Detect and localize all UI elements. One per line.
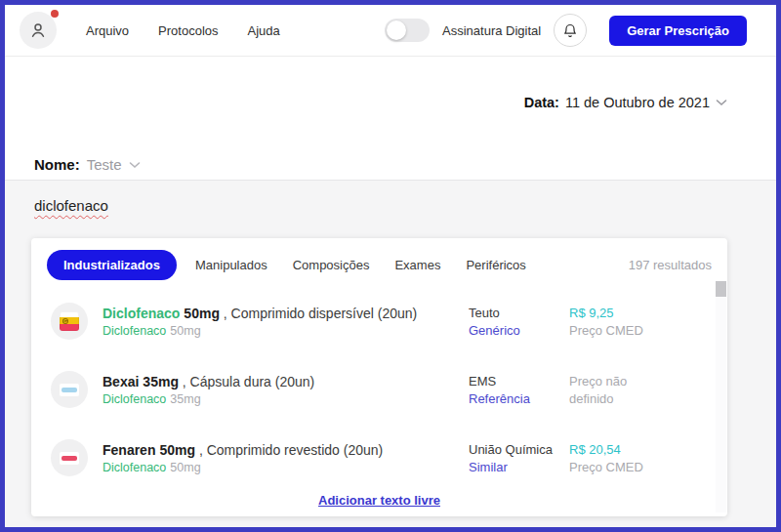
substance-name: Diclofenaco — [103, 461, 166, 474]
results-scrollbar[interactable] — [716, 281, 726, 512]
drug-dose: 35mg — [143, 374, 179, 389]
reference-medication-icon — [51, 371, 88, 408]
medication-category: Genérico — [469, 323, 569, 338]
add-free-text-link[interactable]: Adicionar texto livre — [318, 493, 440, 508]
results-list: G Diclofenaco50mg , Comprimido dispersív… — [31, 287, 714, 492]
drug-dose: 50mg — [159, 442, 195, 458]
manufacturer-info: Teuto Genérico — [469, 306, 569, 338]
substance-dose: 50mg — [170, 324, 200, 338]
tab-manipulados[interactable]: Manipulados — [183, 250, 280, 280]
menu-item-arquivo[interactable]: Arquivo — [86, 23, 129, 38]
scrollbar-thumb[interactable] — [716, 281, 726, 297]
substance-dose: 50mg — [170, 461, 200, 474]
digital-signature-label: Assinatura Digital — [442, 23, 541, 38]
medication-category: Referência — [469, 391, 569, 406]
price-info: R$ 20,54 Preço CMED — [569, 442, 643, 474]
drug-presentation: , Comprimido dispersível (20un) — [224, 306, 417, 321]
user-avatar-icon[interactable] — [20, 12, 57, 49]
price-value: R$ 9,25 — [569, 306, 643, 320]
user-menu[interactable] — [20, 12, 57, 49]
date-value[interactable]: 11 de Outubro de 2021 — [565, 95, 710, 110]
generate-prescription-button[interactable]: Gerar Prescrição — [609, 16, 747, 46]
medication-info: Diclofenaco50mg , Comprimido dispersível… — [103, 306, 469, 338]
substance-name: Diclofenaco — [103, 392, 166, 406]
top-bar: Arquivo Protocolos Ajuda Assinatura Digi… — [5, 5, 776, 57]
prescription-editor-area: diclofenaco Industrializados Manipulados… — [5, 180, 776, 527]
manufacturer-info: União Química Similar — [469, 442, 569, 474]
notification-dot — [51, 10, 59, 18]
prescription-date: Data: 11 de Outubro de 2021 — [524, 95, 727, 110]
drug-dose: 50mg — [184, 306, 220, 321]
date-label: Data: — [524, 95, 559, 110]
result-row[interactable]: Bexai35mg , Cápsula dura (20un) Diclofen… — [31, 355, 714, 424]
similar-medication-icon — [51, 439, 88, 476]
substance-name: Diclofenaco — [103, 324, 166, 338]
header-actions: Assinatura Digital Gerar Prescrição — [385, 14, 747, 47]
price-value: Preço não — [569, 374, 627, 389]
digital-signature-toggle[interactable] — [385, 19, 430, 42]
tab-industrializados[interactable]: Industrializados — [47, 250, 177, 280]
patient-name-label: Nome: — [34, 156, 80, 173]
app-window: Arquivo Protocolos Ajuda Assinatura Digi… — [0, 0, 781, 532]
drug-name: Fenaren — [103, 442, 155, 458]
toggle-knob — [387, 20, 406, 40]
results-tabs: Industrializados Manipulados Composições… — [31, 238, 727, 286]
search-input[interactable]: diclofenaco — [34, 197, 108, 214]
manufacturer-info: EMS Referência — [469, 374, 569, 406]
search-results-panel: Industrializados Manipulados Composições… — [31, 238, 727, 516]
medication-info: Bexai35mg , Cápsula dura (20un) Diclofen… — [103, 374, 469, 406]
price-note: Preço CMED — [569, 323, 643, 338]
drug-name: Diclofenaco — [103, 306, 180, 321]
drug-presentation: , Comprimido revestido (20un) — [199, 442, 383, 458]
notifications-button[interactable] — [554, 14, 587, 47]
manufacturer-name: União Química — [469, 442, 569, 457]
price-value: R$ 20,54 — [569, 442, 643, 457]
medication-info: Fenaren50mg , Comprimido revestido (20un… — [103, 442, 469, 474]
panel-footer: Adicionar texto livre — [31, 491, 727, 509]
menu-item-ajuda[interactable]: Ajuda — [248, 23, 280, 38]
tab-perifericos[interactable]: Periféricos — [453, 250, 538, 280]
manufacturer-name: Teuto — [469, 306, 569, 320]
manufacturer-name: EMS — [469, 374, 569, 389]
substance-dose: 35mg — [170, 392, 200, 406]
price-note: Preço CMED — [569, 460, 643, 474]
tab-exames[interactable]: Exames — [382, 250, 453, 280]
chevron-down-icon[interactable] — [716, 99, 727, 106]
price-info: Preço não definido — [569, 374, 627, 406]
drug-presentation: , Cápsula dura (20un) — [183, 374, 314, 389]
chevron-down-icon[interactable] — [129, 161, 141, 169]
menu-item-protocolos[interactable]: Protocolos — [158, 23, 218, 38]
main-menu: Arquivo Protocolos Ajuda — [86, 23, 280, 38]
generic-medication-icon: G — [51, 303, 88, 340]
patient-name-value[interactable]: Teste — [87, 156, 122, 173]
bell-icon — [562, 22, 578, 39]
drug-name: Bexai — [103, 374, 139, 389]
results-count: 197 resultados — [629, 258, 712, 272]
medication-category: Similar — [469, 460, 569, 474]
price-info: R$ 9,25 Preço CMED — [569, 306, 643, 338]
result-row[interactable]: G Diclofenaco50mg , Comprimido dispersív… — [31, 287, 714, 355]
tab-composicoes[interactable]: Composições — [280, 250, 383, 280]
patient-name: Nome: Teste — [34, 156, 141, 173]
result-row[interactable]: Fenaren50mg , Comprimido revestido (20un… — [31, 424, 714, 492]
price-note: definido — [569, 391, 627, 406]
